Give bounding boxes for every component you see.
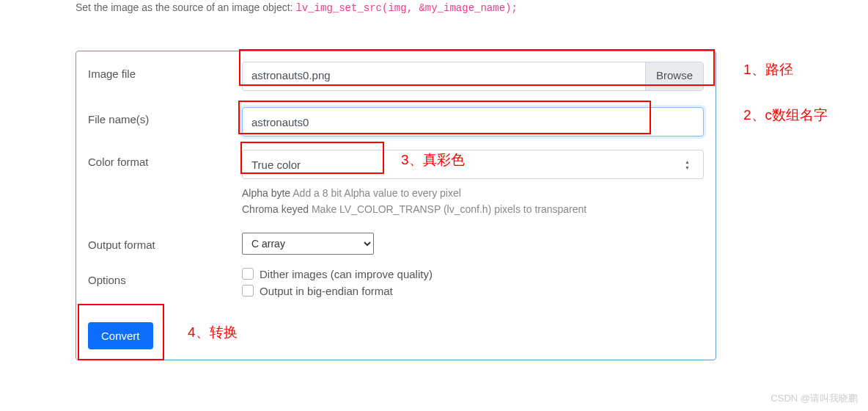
- label-output-format: Output format: [88, 236, 242, 251]
- dither-label: Dither images (can improve quality): [260, 268, 433, 280]
- row-output-format: Output format C array: [76, 233, 716, 255]
- watermark: CSDN @请叫我晓鹏: [770, 392, 858, 405]
- output-format-select[interactable]: C array: [242, 233, 374, 255]
- label-options: Options: [88, 268, 242, 286]
- row-options: Options Dither images (can improve quali…: [76, 268, 716, 302]
- instruction-text: Set the image as the source of an image …: [76, 1, 518, 14]
- bigendian-checkbox[interactable]: [242, 285, 254, 297]
- instruction-code: lv_img_set_src(img, &my_image_name);: [295, 2, 517, 14]
- bigendian-label: Output in big-endian format: [260, 285, 393, 297]
- image-file-value: astronauts0.png: [243, 62, 645, 90]
- annotation-1: 1、路径: [743, 60, 793, 79]
- row-file-names: File name(s): [76, 107, 716, 137]
- option-dither-row: Dither images (can improve quality): [242, 268, 704, 280]
- label-image-file: Image file: [88, 62, 242, 80]
- color-format-value: True color: [251, 159, 301, 171]
- label-color-format: Color format: [88, 150, 242, 168]
- row-image-file: Image file astronauts0.png Browse: [76, 62, 716, 91]
- instruction-prefix: Set the image as the source of an image …: [76, 1, 295, 13]
- browse-button[interactable]: Browse: [645, 62, 703, 90]
- label-file-names: File name(s): [88, 107, 242, 126]
- convert-button[interactable]: Convert: [88, 322, 153, 349]
- dither-checkbox[interactable]: [242, 268, 254, 280]
- color-format-select[interactable]: True color: [242, 150, 704, 179]
- annotation-3: 3、真彩色: [401, 150, 465, 170]
- row-color-format: Color format True color Alpha byte Add a…: [76, 150, 716, 218]
- sort-icon: [685, 159, 690, 170]
- form-panel: Image file astronauts0.png Browse File n…: [76, 51, 716, 360]
- annotation-4: 4、转换: [188, 323, 238, 342]
- image-file-input[interactable]: astronauts0.png Browse: [242, 62, 704, 91]
- file-name-input[interactable]: [242, 107, 704, 137]
- annotation-2: 2、c数组名字: [743, 106, 828, 125]
- option-bigendian-row: Output in big-endian format: [242, 285, 704, 297]
- color-format-helper: Alpha byte Add a 8 bit Alpha value to ev…: [242, 185, 704, 218]
